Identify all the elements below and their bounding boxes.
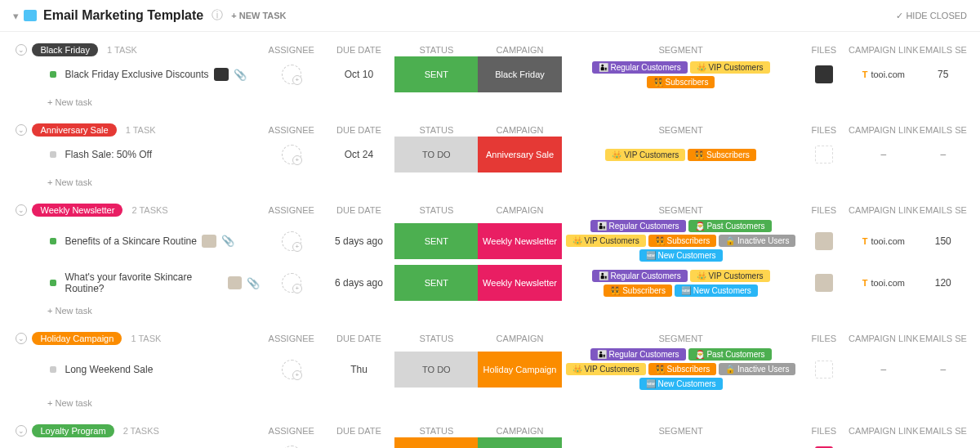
expand-icon[interactable]: ⌄ xyxy=(13,425,29,437)
section: ⌄ Anniversary Sale 1 TASK ASSIGNEE DUE D… xyxy=(0,123,980,192)
new-task-button[interactable]: + NEW TASK xyxy=(231,11,286,20)
attachment-icon[interactable]: 📎 xyxy=(221,235,234,247)
status-cell[interactable]: TO DO xyxy=(394,352,478,388)
segment-tags: 👨‍👦 Regular Customers🎅 Past Customers👑 V… xyxy=(562,217,800,265)
expand-icon[interactable]: ⌄ xyxy=(13,204,29,216)
task-count: 2 TASKS xyxy=(123,426,159,436)
col-segment: SEGMENT xyxy=(562,125,800,135)
task-count: 1 TASK xyxy=(131,334,161,343)
assignee-add[interactable] xyxy=(282,360,301,379)
col-campaign: CAMPAIGN xyxy=(478,125,561,135)
task-title: Benefits of a Skincare Routine xyxy=(65,235,196,247)
file-empty[interactable] xyxy=(815,361,833,379)
task-title: What's your favorite Skincare Routine? xyxy=(65,271,223,294)
section: ⌄ Holiday Campaign 1 TASK ASSIGNEE DUE D… xyxy=(0,332,980,413)
attachment-icon[interactable]: 📎 xyxy=(234,69,247,81)
page-title: Email Marketing Template xyxy=(43,8,203,23)
col-segment: SEGMENT xyxy=(562,45,800,55)
segment-tag: 👯 Subscribers xyxy=(648,363,717,375)
campaign-link[interactable]: Ttooi.com xyxy=(862,69,905,79)
col-status: STATUS xyxy=(394,426,478,436)
campaign-link[interactable]: Ttooi.com xyxy=(862,278,905,288)
expand-icon[interactable]: ⌄ xyxy=(13,44,29,56)
segment-tags: 👨‍👦 Regular Customers🎅 Past Customers👑 V… xyxy=(562,345,800,393)
assignee-add[interactable] xyxy=(282,65,301,84)
col-files: FILES xyxy=(800,205,848,215)
task-row[interactable]: Loyalty Program Exclusive Benefits📎 3 da… xyxy=(0,437,980,448)
task-count: 2 TASKS xyxy=(131,205,167,215)
campaign-cell[interactable]: Loyalty Program xyxy=(478,437,561,448)
section-badge[interactable]: Loyalty Program xyxy=(32,424,114,437)
task-row[interactable]: Black Friday Exclusive Discounts📎 Oct 10… xyxy=(0,56,980,92)
emails-empty: – xyxy=(940,149,946,160)
col-due-date: DUE DATE xyxy=(323,205,395,215)
col-campaign: CAMPAIGN xyxy=(478,45,561,55)
emails-value: 75 xyxy=(938,69,948,80)
col-emails: EMAILS SE xyxy=(920,125,967,135)
add-task-button[interactable]: + New task xyxy=(0,92,980,112)
campaign-link[interactable]: Ttooi.com xyxy=(862,236,905,246)
segment-tag: 👨‍👦 Regular Customers xyxy=(592,270,688,282)
expand-icon[interactable]: ⌄ xyxy=(13,124,29,136)
page-header: ▾ Email Marketing Template ⓘ + NEW TASK … xyxy=(0,0,980,32)
segment-tags: 👨‍👦 Regular Customers👑 VIP Customers👯 Su… xyxy=(562,267,800,300)
campaign-cell[interactable]: Weekly Newsletter xyxy=(478,265,561,301)
task-thumb xyxy=(202,235,216,248)
due-date[interactable]: 6 days ago xyxy=(323,277,395,289)
task-row[interactable]: Flash Sale: 50% Off Oct 24 TO DO Anniver… xyxy=(0,137,980,172)
status-cell[interactable]: SENT xyxy=(394,265,478,301)
collapse-icon[interactable]: ▾ xyxy=(13,10,19,22)
assignee-add[interactable] xyxy=(282,145,301,164)
section-badge[interactable]: Weekly Newsletter xyxy=(32,204,122,217)
status-cell[interactable]: SENT xyxy=(394,223,478,259)
status-square[interactable] xyxy=(50,151,56,158)
task-row[interactable]: Long Weekend Sale Thu TO DO Holiday Camp… xyxy=(0,345,980,393)
status-square[interactable] xyxy=(50,280,56,286)
due-date[interactable]: Oct 10 xyxy=(323,69,395,80)
file-empty[interactable] xyxy=(815,146,833,164)
campaign-cell[interactable]: Weekly Newsletter xyxy=(478,223,561,259)
status-cell[interactable]: TO DO xyxy=(394,137,478,172)
section-badge[interactable]: Anniversary Sale xyxy=(32,123,116,137)
attachment-icon[interactable]: 📎 xyxy=(247,277,260,289)
file-thumb[interactable] xyxy=(815,274,833,292)
file-thumb[interactable] xyxy=(815,232,833,250)
task-row[interactable]: What's your favorite Skincare Routine?📎 … xyxy=(0,265,980,301)
section-badge[interactable]: Holiday Campaign xyxy=(32,332,122,345)
link-empty: – xyxy=(880,364,886,375)
segment-tag: 👯 Subscribers xyxy=(648,235,717,247)
col-emails: EMAILS SE xyxy=(920,426,967,436)
col-due-date: DUE DATE xyxy=(323,125,395,135)
add-task-button[interactable]: + New task xyxy=(0,301,980,320)
add-task-button[interactable]: + New task xyxy=(0,172,980,192)
due-date[interactable]: Oct 24 xyxy=(323,149,395,160)
status-cell[interactable]: IN REVIEW xyxy=(394,437,478,448)
segment-tag: 👑 VIP Customers xyxy=(566,363,646,375)
add-task-button[interactable]: + New task xyxy=(0,393,980,413)
assignee-add[interactable] xyxy=(282,273,301,293)
task-row[interactable]: Benefits of a Skincare Routine📎 5 days a… xyxy=(0,217,980,265)
segment-tag: 🎅 Past Customers xyxy=(688,348,772,361)
col-campaign-link: CAMPAIGN LINK xyxy=(848,45,920,55)
file-thumb[interactable] xyxy=(815,65,833,83)
campaign-cell[interactable]: Holiday Campaign xyxy=(478,352,561,388)
section-badge[interactable]: Black Friday xyxy=(32,43,98,56)
assignee-add[interactable] xyxy=(282,231,301,251)
campaign-cell[interactable]: Anniversary Sale xyxy=(478,137,561,172)
status-square[interactable] xyxy=(50,238,56,244)
hide-closed-toggle[interactable]: HIDE CLOSED xyxy=(896,11,967,21)
status-square[interactable] xyxy=(50,366,56,373)
campaign-cell[interactable]: Black Friday xyxy=(478,56,561,92)
col-due-date: DUE DATE xyxy=(323,334,395,343)
due-date[interactable]: 5 days ago xyxy=(323,235,395,247)
emails-empty: – xyxy=(940,364,946,375)
segment-tags: 👑 VIP Customers👯 Subscribers xyxy=(562,146,800,164)
info-icon[interactable]: ⓘ xyxy=(212,8,223,23)
expand-icon[interactable]: ⌄ xyxy=(13,333,29,344)
status-cell[interactable]: SENT xyxy=(394,56,478,92)
status-square[interactable] xyxy=(50,71,56,78)
col-assignee: ASSIGNEE xyxy=(260,426,323,436)
due-date[interactable]: Thu xyxy=(323,364,395,375)
segment-tags: 👨‍👦 Regular Customers👑 VIP Customers👯 Su… xyxy=(562,58,800,92)
col-emails: EMAILS SE xyxy=(920,45,967,55)
